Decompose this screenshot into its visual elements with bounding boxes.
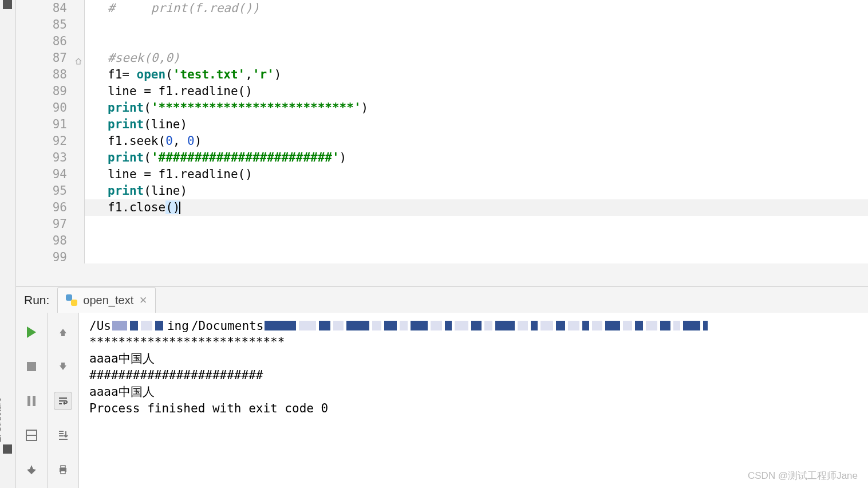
- watermark: CSDN @测试工程师Jane: [748, 469, 858, 482]
- redacted-segment: [605, 321, 620, 330]
- svg-rect-3: [61, 466, 65, 468]
- code-comment: #seek(0,0): [108, 51, 180, 65]
- run-toolbar-secondary: [48, 313, 79, 488]
- editor-bottom-bar: [16, 263, 868, 286]
- run-header: Run: open_text ✕: [16, 286, 868, 313]
- code-text: (: [144, 101, 151, 115]
- code-text: f1.close: [108, 200, 165, 214]
- python-file-icon: [66, 294, 77, 306]
- redacted-segment: [112, 321, 127, 330]
- matched-paren: (: [165, 200, 173, 214]
- code-text: line = f1.readline(): [108, 167, 252, 181]
- stop-icon: [27, 362, 36, 371]
- pin-button[interactable]: [22, 461, 41, 479]
- redacted-segment: [384, 321, 397, 330]
- up-button[interactable]: [54, 323, 72, 341]
- run-label: Run:: [16, 293, 57, 307]
- editor-pane: 84 85 86 87 88 89 90 91 92 93 94 95 96 9…: [16, 0, 868, 286]
- redacted-segment: [540, 321, 553, 330]
- redacted-segment: [646, 321, 657, 330]
- code-builtin: print: [108, 151, 144, 164]
- code-text: f1=: [108, 68, 137, 81]
- pause-icon: [27, 396, 35, 406]
- code-string: 'test.txt': [173, 68, 245, 81]
- code-builtin: open: [137, 68, 166, 81]
- code-text: ): [274, 68, 282, 81]
- code-text: print(f.read()): [151, 1, 260, 15]
- path-fragment: ing: [167, 319, 189, 333]
- scroll-to-end-button[interactable]: [54, 426, 72, 444]
- redacted-segment: [431, 321, 442, 330]
- redacted-segment: [568, 321, 579, 330]
- redacted-segment: [592, 321, 602, 330]
- layout-icon: [25, 429, 38, 442]
- console-line: ***************************: [89, 334, 858, 351]
- console-output[interactable]: /Us ing /Documents: [79, 313, 868, 488]
- redacted-segment: [635, 321, 643, 330]
- redacted-segment: [346, 321, 369, 330]
- redacted-segment: [495, 321, 515, 330]
- redacted-segment: [411, 321, 428, 330]
- code-number: 0: [187, 134, 195, 148]
- code-text: #: [108, 1, 151, 15]
- redacted-segment: [400, 321, 408, 330]
- line-number-gutter: 84 85 86 87 88 89 90 91 92 93 94 95 96 9…: [16, 0, 85, 263]
- code-text: ): [195, 134, 202, 148]
- code-text: (line): [144, 184, 187, 198]
- code-builtin: print: [108, 184, 144, 198]
- redacted-segment: [299, 321, 316, 330]
- fold-region-icon[interactable]: [75, 58, 82, 65]
- code-number: 0: [165, 134, 173, 148]
- redacted-segment: [471, 321, 482, 330]
- code-text: (line): [144, 117, 187, 131]
- code-text: ): [340, 151, 347, 164]
- code-text: f1.seek(: [108, 134, 165, 148]
- code-builtin: print: [108, 101, 144, 115]
- structure-tab-label[interactable]: Z: Structure: [0, 398, 2, 442]
- redacted-segment: [518, 321, 528, 330]
- code-editor[interactable]: # print(f.read()) #seek(0,0) f1= open('t…: [85, 0, 868, 263]
- console-line: aaaa中国人: [89, 351, 858, 367]
- code-text: (: [165, 68, 173, 81]
- redacted-segment: [660, 321, 670, 330]
- soft-wrap-icon: [57, 395, 69, 407]
- print-button[interactable]: [54, 461, 72, 479]
- close-icon[interactable]: ✕: [139, 294, 147, 306]
- redacted-segment: [531, 321, 538, 330]
- code-text: line = f1.readline(): [108, 84, 252, 98]
- redacted-segment: [130, 321, 138, 330]
- rerun-button[interactable]: [22, 323, 41, 341]
- print-icon: [57, 464, 69, 475]
- tool-icon-top[interactable]: [3, 0, 12, 9]
- redacted-segment: [703, 321, 708, 330]
- redacted-segment: [445, 321, 452, 330]
- code-text: ,: [173, 134, 187, 148]
- tool-window-stripe: Z: Structure: [0, 0, 16, 488]
- text-cursor: [179, 202, 180, 214]
- pause-button[interactable]: [22, 392, 41, 410]
- path-fragment: /Documents: [191, 319, 263, 333]
- run-tool-window: Run: open_text ✕ /Us: [16, 286, 868, 488]
- layout-button[interactable]: [22, 426, 41, 444]
- redacted-segment: [141, 321, 152, 330]
- pin-icon: [26, 464, 37, 475]
- redacted-segment: [319, 321, 330, 330]
- redacted-segment: [623, 321, 632, 330]
- tool-icon-bottom[interactable]: [3, 444, 12, 454]
- redacted-segment: [683, 321, 700, 330]
- redacted-segment: [155, 321, 163, 330]
- code-text: ,: [245, 68, 252, 81]
- run-config-tab[interactable]: open_text ✕: [57, 287, 156, 313]
- arrow-down-icon: [58, 361, 68, 372]
- code-text: (: [144, 151, 151, 164]
- stop-button[interactable]: [22, 357, 41, 376]
- down-button[interactable]: [54, 357, 72, 376]
- console-line: aaaa中国人: [89, 384, 858, 400]
- console-line: ########################: [89, 367, 858, 384]
- arrow-up-icon: [58, 327, 68, 337]
- redacted-segment: [484, 321, 492, 330]
- code-string: '***************************': [151, 101, 361, 115]
- soft-wrap-button[interactable]: [54, 392, 72, 410]
- redacted-segment: [673, 321, 680, 330]
- run-tab-name: open_text: [83, 294, 133, 307]
